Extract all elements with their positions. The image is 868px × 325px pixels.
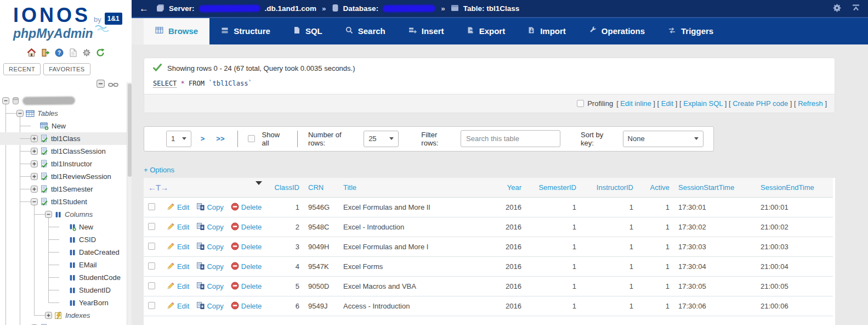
back-arrow-icon[interactable]: ← <box>139 3 149 14</box>
column-header-semesterid[interactable]: SemesterID <box>538 183 576 192</box>
tab-operations[interactable]: Operations <box>577 18 656 44</box>
tab-import[interactable]: Import <box>517 18 577 44</box>
profiling-link-refresh[interactable]: Refresh <box>798 99 823 108</box>
options-toggle-link[interactable]: + Options <box>144 166 174 174</box>
row-copy-link[interactable]: Copy <box>196 282 223 292</box>
tree-item-tables[interactable]: Tables <box>0 107 132 120</box>
tree-item-tbl1instructor[interactable]: tbl1Instructor <box>0 158 132 170</box>
tree-item-indexes[interactable]: Indexes <box>0 309 132 322</box>
collapse-icon[interactable] <box>16 110 24 117</box>
column-header-sessionstarttime[interactable]: SessionStartTime <box>678 183 734 192</box>
collapse-top-icon[interactable] <box>852 4 860 13</box>
link-icon[interactable] <box>108 80 118 90</box>
collapse-all-icon[interactable] <box>97 80 105 90</box>
row-copy-link[interactable]: Copy <box>196 301 223 311</box>
settings-icon[interactable] <box>82 48 92 58</box>
profiling-link-edit[interactable]: Edit <box>661 99 673 108</box>
row-delete-link[interactable]: Delete <box>231 222 262 232</box>
tree-item-new[interactable]: New <box>0 120 132 132</box>
row-delete-link[interactable]: Delete <box>231 262 262 272</box>
row-edit-link[interactable]: Edit <box>167 242 189 252</box>
tab-export[interactable]: Export <box>456 18 517 44</box>
tree-item-email[interactable]: EMail <box>0 259 132 271</box>
tree-item-tbl1class[interactable]: tbl1Class <box>0 132 132 145</box>
help-icon[interactable]: ? <box>54 48 64 58</box>
column-header-instructorid[interactable]: InstructorID <box>597 183 633 192</box>
recent-button[interactable]: RECENT <box>3 63 41 75</box>
profiling-checkbox[interactable] <box>577 100 584 107</box>
row-copy-link[interactable]: Copy <box>196 203 223 212</box>
num-rows-select[interactable]: 25 <box>364 131 399 147</box>
row-checkbox[interactable] <box>148 282 155 289</box>
row-edit-link[interactable]: Edit <box>167 262 189 272</box>
last-page-link[interactable]: >> <box>216 135 224 143</box>
row-checkbox[interactable] <box>148 223 155 230</box>
tree-item-columns[interactable]: Columns <box>0 208 132 221</box>
show-all-checkbox[interactable] <box>248 135 254 142</box>
page-select[interactable]: 1 <box>166 131 191 147</box>
row-checkbox[interactable] <box>148 262 155 270</box>
row-checkbox[interactable] <box>148 203 155 210</box>
favorites-button[interactable]: FAVORITES <box>43 63 90 75</box>
server-host-suffix[interactable]: .db.1and1.com <box>265 4 317 13</box>
row-edit-link[interactable]: Edit <box>167 301 189 311</box>
tree-item-tbl1reviewsession[interactable]: tbl1ReviewSession <box>0 170 132 183</box>
tree-item-database[interactable] <box>0 94 132 107</box>
sort-key-select[interactable]: None <box>623 131 704 147</box>
profiling-link-explain-sql[interactable]: Explain SQL <box>683 99 723 108</box>
expand-icon[interactable] <box>31 148 38 155</box>
filter-input[interactable] <box>461 130 560 147</box>
expand-icon[interactable] <box>31 186 38 193</box>
expand-icon[interactable] <box>31 173 38 180</box>
tree-item-datecreated[interactable]: DateCreated <box>0 246 132 259</box>
row-copy-link[interactable]: Copy <box>196 242 223 252</box>
tab-sql[interactable]: SQL <box>282 18 334 44</box>
tree-item-tbl1classsession[interactable]: tbl1ClassSession <box>0 145 132 158</box>
expand-icon[interactable] <box>31 135 38 142</box>
column-header-active[interactable]: Active <box>650 183 670 192</box>
collapse-icon[interactable] <box>45 211 52 218</box>
tree-item-csid[interactable]: CSID <box>0 233 132 246</box>
row-delete-link[interactable]: Delete <box>231 242 262 252</box>
profiling-link-edit-inline[interactable]: Edit inline <box>620 99 651 108</box>
sort-caret-icon[interactable] <box>256 181 262 185</box>
column-header-classid[interactable]: ClassID <box>275 183 300 192</box>
next-page-link[interactable]: > <box>201 135 205 143</box>
tab-structure[interactable]: Structure <box>209 18 282 44</box>
collapse-icon[interactable] <box>2 97 9 104</box>
row-delete-link[interactable]: Delete <box>231 282 262 292</box>
row-checkbox[interactable] <box>148 243 155 250</box>
row-copy-link[interactable]: Copy <box>196 222 223 232</box>
column-header-crn[interactable]: CRN <box>308 183 324 192</box>
docs-icon[interactable] <box>68 48 78 58</box>
row-copy-link[interactable]: Copy <box>196 262 223 272</box>
column-header-sessionendtime[interactable]: SessionEndTime <box>761 183 814 192</box>
row-checkbox[interactable] <box>148 302 155 309</box>
tab-insert[interactable]: Insert <box>397 18 456 44</box>
tree-item-studentcode[interactable]: StudentCode <box>0 271 132 284</box>
home-icon[interactable] <box>27 48 37 58</box>
profiling-link-create-php-code[interactable]: Create PHP code <box>733 99 788 108</box>
row-edit-link[interactable]: Edit <box>167 222 189 232</box>
row-edit-link[interactable]: Edit <box>167 282 189 292</box>
collapse-icon[interactable] <box>31 198 38 205</box>
logout-icon[interactable] <box>41 48 50 58</box>
expand-icon[interactable] <box>31 160 38 167</box>
sidebar-scrollbar[interactable] <box>127 82 132 325</box>
tab-search[interactable]: Search <box>334 18 397 44</box>
column-header-title[interactable]: Title <box>343 183 356 192</box>
settings-gear-icon[interactable] <box>832 3 842 14</box>
tree-item-tbl1student[interactable]: tbl1Student <box>0 195 132 208</box>
reload-icon[interactable] <box>95 48 105 58</box>
row-delete-link[interactable]: Delete <box>231 203 262 212</box>
row-edit-link[interactable]: Edit <box>167 203 189 212</box>
transpose-toggle[interactable]: ←T→ <box>148 183 168 192</box>
tree-item-tbl1semester[interactable]: tbl1Semester <box>0 183 132 195</box>
tree-item-yearborn[interactable]: YearBorn <box>0 296 132 309</box>
row-delete-link[interactable]: Delete <box>231 301 262 311</box>
column-header-year[interactable]: Year <box>507 183 521 192</box>
tab-browse[interactable]: Browse <box>144 18 209 44</box>
tree-item-studentid[interactable]: StudentID <box>0 284 132 296</box>
tree-item-tbl1s[interactable]: tbl1S <box>0 322 132 325</box>
tree-item-new[interactable]: New <box>0 221 132 233</box>
